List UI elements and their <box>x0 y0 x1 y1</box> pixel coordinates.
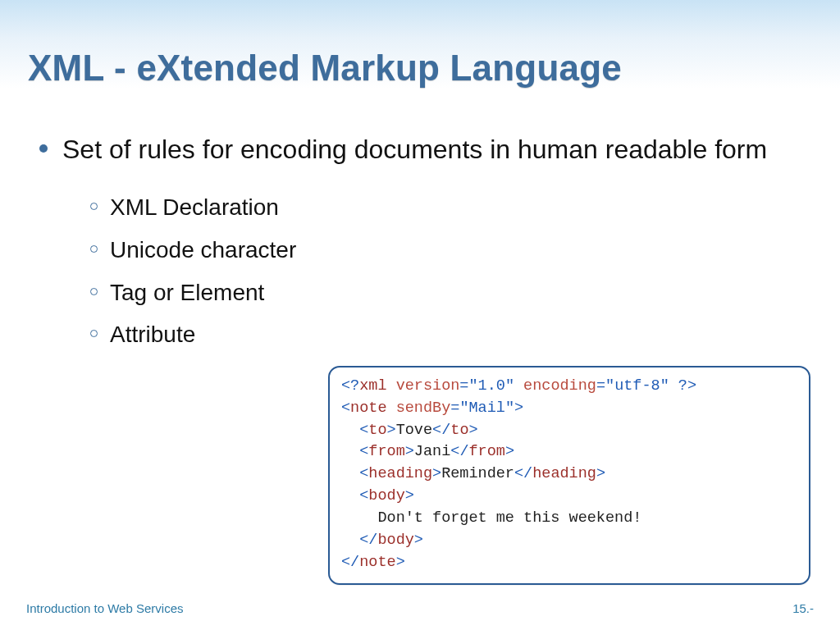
code-token: from <box>368 443 404 460</box>
code-token: Reminder <box>441 465 514 482</box>
code-token <box>341 422 359 439</box>
code-example-box: <?xml version="1.0" encoding="utf-8" ?> … <box>328 366 810 585</box>
code-token: < <box>359 443 368 460</box>
code-token: < <box>359 487 368 504</box>
code-token: heading <box>532 465 596 482</box>
sub-bullet: Attribute <box>90 319 778 350</box>
code-token: > <box>405 487 414 504</box>
sub-bullet-text: XML Declaration <box>110 192 279 223</box>
code-token: > <box>596 465 605 482</box>
sub-bullet: Unicode character <box>90 235 778 266</box>
code-token <box>341 487 359 504</box>
code-token: </ <box>359 532 377 549</box>
code-token: ?> <box>669 377 696 395</box>
code-token <box>341 465 359 482</box>
slide-title: XML - eXtended Markup Language <box>28 48 622 89</box>
code-token: body <box>368 487 404 504</box>
code-token: > <box>514 399 523 417</box>
code-token: <? <box>341 377 359 395</box>
code-token: > <box>387 422 396 439</box>
bullet-ring-icon <box>90 203 98 210</box>
code-token <box>341 443 359 460</box>
code-token: version <box>396 377 460 395</box>
code-token: encoding <box>523 377 596 395</box>
code-token: heading <box>368 465 432 482</box>
code-token <box>387 399 396 417</box>
bullet-ring-icon <box>90 330 98 337</box>
slide: XML - eXtended Markup Language Set of ru… <box>0 0 840 630</box>
code-token: "1.0" <box>468 377 514 395</box>
bullet-dot-icon <box>39 144 48 153</box>
code-token: note <box>350 399 386 417</box>
code-token: xml <box>359 377 386 395</box>
bullet-level1: Set of rules for encoding documents in h… <box>39 133 778 166</box>
code-token: < <box>359 422 368 439</box>
code-token: Tove <box>396 422 432 439</box>
code-token: > <box>505 443 514 460</box>
code-token: > <box>432 465 441 482</box>
bullet-ring-icon <box>90 245 98 253</box>
code-token: from <box>469 443 505 460</box>
code-token <box>341 509 377 527</box>
code-token: </ <box>432 422 450 439</box>
code-token: to <box>368 422 386 439</box>
code-token: </ <box>341 554 359 571</box>
code-token: < <box>359 465 368 482</box>
code-token: "Mail" <box>459 399 514 417</box>
code-token: = <box>450 399 459 417</box>
sub-bullet-text: Unicode character <box>110 235 296 266</box>
code-token: note <box>359 554 395 571</box>
code-token <box>514 377 523 395</box>
code-token <box>387 377 396 395</box>
sub-bullet-list: XML Declaration Unicode character Tag or… <box>90 192 778 350</box>
code-token: = <box>459 377 468 395</box>
code-token: > <box>396 554 405 571</box>
code-token: > <box>414 532 423 549</box>
code-token: </ <box>514 465 532 482</box>
code-token: > <box>405 443 414 460</box>
bullet-text: Set of rules for encoding documents in h… <box>62 133 767 166</box>
code-token: = <box>596 377 605 395</box>
code-token: > <box>469 422 478 439</box>
code-token: < <box>341 399 350 417</box>
footer-left: Introduction to Web Services <box>26 601 183 615</box>
bullet-ring-icon <box>90 288 98 295</box>
sub-bullet: XML Declaration <box>90 192 778 223</box>
sub-bullet-text: Attribute <box>110 319 195 350</box>
code-token: body <box>377 532 413 549</box>
sub-bullet-text: Tag or Element <box>110 277 264 308</box>
footer-page-number: 15.- <box>792 601 814 615</box>
sub-bullet: Tag or Element <box>90 277 778 308</box>
code-token: to <box>450 422 468 439</box>
code-token: "utf-8" <box>605 377 669 395</box>
code-token <box>341 532 359 549</box>
code-token: </ <box>450 443 468 460</box>
code-token: Don't forget me this weekend! <box>377 509 641 527</box>
bullet-list: Set of rules for encoding documents in h… <box>39 133 778 362</box>
code-token: sendBy <box>396 399 451 417</box>
code-token: Jani <box>414 443 450 460</box>
code-block: <?xml version="1.0" encoding="utf-8" ?> … <box>341 376 797 573</box>
